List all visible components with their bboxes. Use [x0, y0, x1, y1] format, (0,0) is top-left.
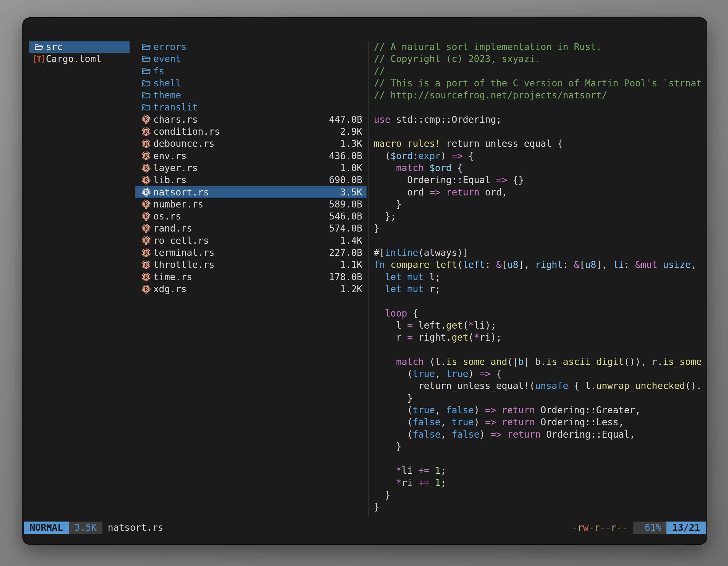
file-row-terminal.rs[interactable]: Rterminal.rs227.0B [135, 247, 367, 259]
file-row-env.rs[interactable]: Renv.rs436.0B [135, 150, 367, 162]
file-name: env.rs [153, 150, 187, 162]
svg-text:R: R [144, 141, 148, 147]
svg-text:R: R [144, 250, 148, 256]
code-line: (false, false) => return Ordering::Equal… [374, 428, 705, 440]
file-size: 690.0B [329, 174, 367, 186]
file-name: os.rs [153, 210, 181, 222]
file-row-translit[interactable]: translit [135, 101, 367, 113]
status-bar: NORMAL 3.5K natsort.rs -rw-r--r-- 61% 13… [23, 522, 707, 534]
rust-file-icon: R [141, 284, 151, 294]
file-size-indicator: 3.5K [69, 522, 102, 534]
folder-open-icon [141, 79, 151, 88]
file-size: 546.0B [329, 210, 367, 222]
rust-file-icon: R [141, 236, 151, 245]
code-line: // A natural sort implementation in Rust… [374, 41, 705, 53]
file-name: rand.rs [153, 222, 192, 234]
folder-open-icon [34, 42, 43, 52]
file-row-fs[interactable]: fs [135, 65, 367, 77]
rust-file-icon: R [141, 200, 151, 209]
file-row-xdg.rs[interactable]: Rxdg.rs1.2K [135, 283, 367, 295]
rust-file-icon: R [141, 212, 151, 221]
file-name: fs [153, 65, 165, 77]
code-line: // Copyright (c) 2023, sxyazi. [374, 53, 705, 65]
folder-open-icon [141, 42, 151, 52]
svg-text:R: R [144, 117, 148, 123]
code-line: ($ord:expr) => { [374, 150, 705, 162]
cursor-position-indicator: 13/21 [666, 522, 706, 534]
code-line: macro_rules! return_unless_equal { [374, 138, 705, 150]
file-row-natsort.rs[interactable]: Rnatsort.rs3.5K [135, 186, 367, 198]
rust-file-icon: R [141, 127, 151, 137]
file-size: 589.0B [329, 198, 367, 210]
code-line: use std::cmp::Ordering; [374, 114, 705, 126]
file-size: 227.0B [329, 247, 367, 259]
file-name: event [153, 53, 181, 65]
file-name: xdg.rs [153, 283, 187, 295]
file-row-layer.rs[interactable]: Rlayer.rs1.0K [135, 162, 367, 174]
code-line: loop { [374, 307, 705, 319]
code-line: match $ord { [374, 162, 705, 174]
file-size: 574.0B [329, 222, 367, 234]
code-line: } [374, 198, 705, 210]
rust-file-icon: R [141, 139, 151, 149]
file-row-shell[interactable]: shell [135, 77, 367, 89]
code-line: } [374, 222, 705, 234]
file-size: 447.0B [329, 114, 367, 126]
code-line: r = right.get(*ri); [374, 331, 705, 343]
folder-open-icon [141, 66, 151, 76]
code-line: // http://sourcefrog.net/projects/natsor… [374, 89, 705, 101]
rust-file-icon: R [141, 163, 151, 173]
svg-text:R: R [144, 201, 148, 207]
parent-row-Cargo.toml[interactable]: [T]Cargo.toml [29, 53, 130, 65]
code-line: let mut l; [374, 271, 705, 283]
code-line [374, 452, 705, 464]
svg-text:R: R [144, 165, 148, 171]
mode-indicator: NORMAL [24, 522, 69, 534]
code-line: #[inline(always)] [374, 247, 705, 259]
file-name: throttle.rs [153, 259, 215, 271]
svg-text:R: R [144, 286, 148, 292]
svg-text:R: R [144, 189, 148, 195]
file-size: 2.9K [340, 126, 367, 138]
code-line: }; [374, 210, 705, 222]
code-line: Ordering::Equal => {} [374, 174, 705, 186]
file-size: 1.2K [340, 283, 367, 295]
file-name: number.rs [153, 198, 203, 210]
pane-divider [368, 41, 368, 517]
file-row-os.rs[interactable]: Ros.rs546.0B [135, 210, 367, 222]
code-line [374, 343, 705, 355]
pane-divider [133, 41, 133, 517]
code-line: (true, true) => { [374, 368, 705, 380]
file-row-rand.rs[interactable]: Rrand.rs574.0B [135, 222, 367, 234]
code-line [374, 235, 705, 247]
parent-pane: src[T]Cargo.toml [29, 41, 130, 65]
file-row-throttle.rs[interactable]: Rthrottle.rs1.1K [135, 259, 367, 271]
file-row-number.rs[interactable]: Rnumber.rs589.0B [135, 198, 367, 210]
file-name: time.rs [153, 271, 192, 283]
parent-row-src[interactable]: src [29, 41, 130, 53]
file-row-chars.rs[interactable]: Rchars.rs447.0B [135, 114, 367, 126]
file-row-debounce.rs[interactable]: Rdebounce.rs1.3K [135, 138, 367, 150]
svg-text:R: R [144, 238, 148, 244]
file-name: Cargo.toml [46, 53, 102, 65]
file-row-condition.rs[interactable]: Rcondition.rs2.9K [135, 126, 367, 138]
rust-file-icon: R [141, 175, 151, 185]
code-line: match (l.is_some_and(|b| b.is_ascii_digi… [374, 356, 705, 368]
file-row-event[interactable]: event [135, 53, 367, 65]
file-row-time.rs[interactable]: Rtime.rs178.0B [135, 271, 367, 283]
svg-text:R: R [144, 129, 148, 135]
scroll-percent-indicator: 61% [633, 522, 666, 534]
rust-file-icon: R [141, 272, 151, 282]
permissions-indicator: -rw-r--r-- [572, 522, 628, 534]
toml-icon: [T] [34, 54, 43, 64]
code-line: fn compare_left(left: &[u8], right: &[u8… [374, 259, 705, 271]
code-line [374, 126, 705, 138]
file-row-theme[interactable]: theme [135, 89, 367, 101]
file-name: lib.rs [153, 174, 187, 186]
folder-open-icon [141, 103, 151, 112]
file-name: translit [153, 101, 198, 113]
svg-text:R: R [144, 213, 148, 219]
file-row-ro_cell.rs[interactable]: Rro_cell.rs1.4K [135, 235, 367, 247]
file-row-lib.rs[interactable]: Rlib.rs690.0B [135, 174, 367, 186]
file-row-errors[interactable]: errors [135, 41, 367, 53]
